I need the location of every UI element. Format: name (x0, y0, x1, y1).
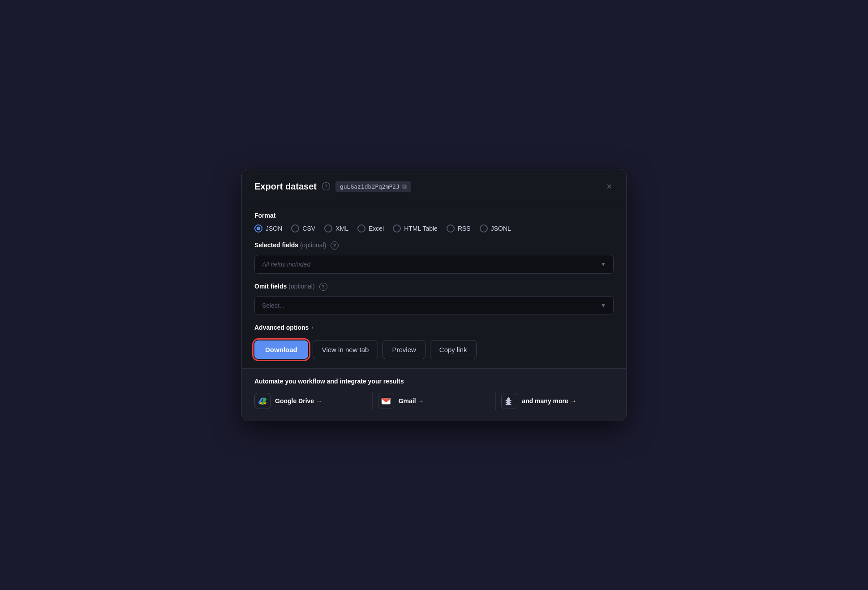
divider-1 (372, 392, 373, 410)
advanced-options-label: Advanced options (254, 324, 309, 331)
view-in-new-tab-button[interactable]: View in new tab (313, 340, 378, 359)
selected-fields-optional: (optional) (300, 241, 326, 249)
radio-json[interactable] (254, 224, 262, 233)
format-label: Format (254, 212, 614, 219)
divider-2 (495, 392, 496, 410)
modal-header: Export dataset ? guLGazidb2Pq2mP2J ⧉ × (242, 169, 626, 201)
format-option-jsonl[interactable]: JSONL (480, 224, 511, 233)
format-label-rss: RSS (458, 225, 471, 232)
radio-csv[interactable] (291, 224, 299, 233)
omit-fields-section: Omit fields (optional) ? Select... ▼ (254, 283, 614, 315)
format-label-jsonl: JSONL (491, 225, 511, 232)
gmail-icon-box (378, 393, 394, 409)
radio-xml[interactable] (324, 224, 332, 233)
modal-footer: Automate you workflow and integrate your… (242, 369, 626, 421)
omit-fields-label: Omit fields (optional) ? (254, 283, 614, 291)
selected-fields-label: Selected fields (optional) ? (254, 241, 614, 250)
selected-fields-arrow: ▼ (601, 261, 606, 267)
dataset-id-text: guLGazidb2Pq2mP2J (340, 183, 400, 190)
modal-body: Format JSON CSV XML Excel HTML Table (242, 201, 626, 369)
format-label-excel: Excel (369, 225, 384, 232)
format-option-csv[interactable]: CSV (291, 224, 315, 233)
radio-rss[interactable] (447, 224, 455, 233)
format-option-json[interactable]: JSON (254, 224, 282, 233)
format-label-html-table: HTML Table (404, 225, 438, 232)
integration-more[interactable]: and many more → (501, 393, 614, 409)
radio-excel[interactable] (357, 224, 365, 233)
omit-fields-optional: (optional) (288, 283, 314, 290)
actions-row: Download View in new tab Preview Copy li… (254, 340, 614, 359)
google-drive-icon-box (254, 393, 271, 409)
export-dataset-modal: Export dataset ? guLGazidb2Pq2mP2J ⧉ × F… (241, 169, 627, 421)
omit-fields-placeholder: Select... (262, 302, 285, 309)
close-button[interactable]: × (605, 180, 614, 193)
radio-jsonl[interactable] (480, 224, 488, 233)
format-label-csv: CSV (302, 225, 315, 232)
gmail-label: Gmail → (399, 397, 424, 405)
integration-google-drive[interactable]: Google Drive → (254, 393, 367, 409)
selected-fields-section: Selected fields (optional) ? All fields … (254, 241, 614, 274)
format-option-xml[interactable]: XML (324, 224, 348, 233)
format-options-row: JSON CSV XML Excel HTML Table RSS (254, 224, 614, 233)
format-option-html-table[interactable]: HTML Table (393, 224, 438, 233)
copy-id-icon[interactable]: ⧉ (402, 183, 407, 190)
preview-button[interactable]: Preview (382, 340, 425, 359)
more-icon-box (501, 393, 517, 409)
omit-fields-help-icon[interactable]: ? (319, 283, 327, 291)
help-icon[interactable]: ? (322, 182, 330, 190)
selected-fields-placeholder: All fields included (262, 261, 310, 268)
footer-title: Automate you workflow and integrate your… (254, 378, 614, 385)
selected-fields-dropdown[interactable]: All fields included ▼ (254, 255, 614, 274)
omit-fields-arrow: ▼ (601, 302, 606, 309)
integrations-row: Google Drive → Gmail → (254, 392, 614, 410)
copy-link-button[interactable]: Copy link (430, 340, 477, 359)
radio-html-table[interactable] (393, 224, 401, 233)
integration-gmail[interactable]: Gmail → (378, 393, 490, 409)
google-drive-icon (258, 396, 267, 406)
modal-title: Export dataset (254, 181, 317, 192)
gmail-icon (381, 397, 391, 405)
selected-fields-help-icon[interactable]: ? (331, 241, 339, 250)
download-button[interactable]: Download (254, 340, 308, 359)
google-drive-label: Google Drive → (275, 397, 322, 405)
omit-fields-dropdown[interactable]: Select... ▼ (254, 296, 614, 315)
puzzle-icon (504, 396, 514, 406)
format-label-xml: XML (335, 225, 348, 232)
format-option-excel[interactable]: Excel (357, 224, 384, 233)
format-label-json: JSON (266, 225, 282, 232)
format-option-rss[interactable]: RSS (447, 224, 471, 233)
dataset-id-badge: guLGazidb2Pq2mP2J ⧉ (335, 181, 411, 192)
advanced-options-toggle[interactable]: Advanced options › (254, 324, 614, 331)
chevron-right-icon: › (311, 324, 313, 331)
more-label: and many more → (522, 397, 576, 405)
